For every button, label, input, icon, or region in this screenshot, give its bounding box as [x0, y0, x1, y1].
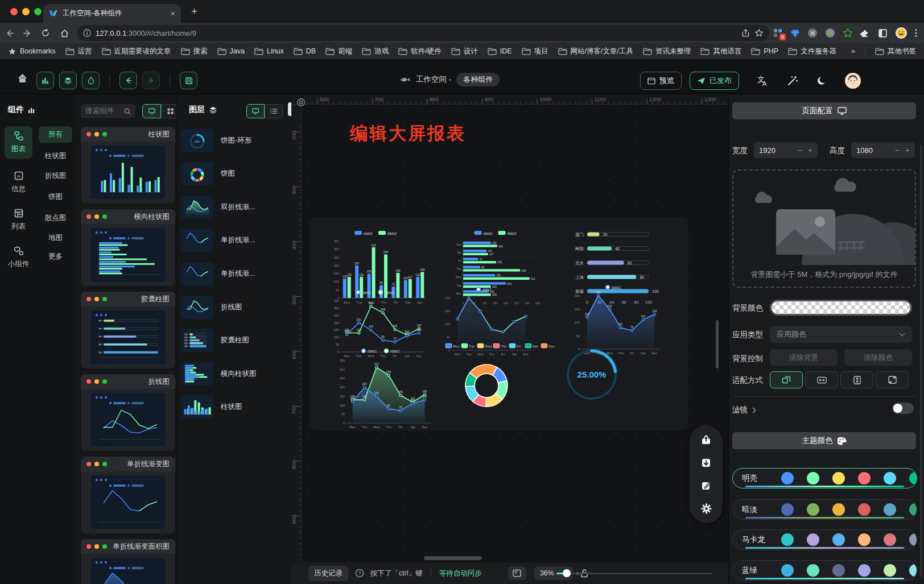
notes-panel-icon[interactable] — [508, 566, 526, 580]
category-item[interactable]: 饼图 — [39, 192, 72, 202]
fit-height-button[interactable] — [840, 371, 873, 388]
extension-tabs-icon[interactable]: 9 — [773, 28, 783, 38]
app-type-select[interactable]: 应用颜色 — [770, 326, 912, 343]
browser-forward-icon[interactable] — [18, 28, 36, 38]
chart-progress-ring[interactable]: 25.00% — [562, 341, 621, 407]
bookmark-folder[interactable]: 搜索 — [181, 47, 208, 56]
bookmark-folder[interactable]: 资讯未整理 — [643, 47, 691, 56]
page-config-header[interactable]: 页面配置 — [732, 102, 916, 119]
zoom-slider[interactable] — [556, 573, 712, 574]
bookmarks-overflow[interactable]: » — [851, 47, 855, 55]
bookmark-folder[interactable]: DB — [294, 47, 316, 55]
theme-row-明亮[interactable]: 明亮 — [732, 468, 917, 488]
dark-mode-moon-icon[interactable] — [816, 76, 827, 86]
detail-toggle-button[interactable] — [82, 72, 100, 89]
other-bookmarks[interactable]: 其他书签 — [875, 47, 916, 56]
bookmark-folder[interactable]: 近期需要读的文章 — [102, 47, 171, 56]
layer-item[interactable]: 饼图 — [181, 160, 288, 188]
layer-item[interactable]: 柱状图 — [181, 393, 288, 421]
workspace-name-chip[interactable]: 各种组件 — [456, 73, 500, 86]
theme-color-header[interactable]: 主题颜色 — [732, 432, 916, 449]
reading-list-icon[interactable] — [878, 28, 888, 38]
category-item[interactable]: 更多 — [39, 252, 72, 262]
stepper-plus-icon[interactable]: + — [905, 146, 910, 155]
canvas-horizontal-scrollbar[interactable] — [424, 556, 482, 560]
site-info-icon[interactable] — [83, 29, 91, 37]
stepper-minus-icon[interactable]: − — [798, 146, 802, 155]
extension-gem-icon[interactable] — [790, 28, 800, 38]
bookmark-folder[interactable]: Linux — [254, 47, 284, 55]
single-view-toggle[interactable] — [142, 104, 161, 118]
filter-toggle[interactable] — [892, 403, 914, 414]
bookmark-folder[interactable]: 设计 — [451, 47, 478, 56]
component-card[interactable]: 折线图––––––– — [81, 374, 175, 451]
filter-label[interactable]: 滤镜 — [732, 405, 756, 415]
layer-item[interactable]: 横向柱状图 — [181, 359, 288, 388]
layer-item[interactable]: 双折线渐... — [181, 193, 288, 221]
extension-record-icon[interactable] — [825, 28, 835, 38]
bookmark-folder[interactable]: 项目 — [522, 47, 548, 56]
layer-item[interactable]: 胶囊柱图 — [181, 326, 288, 355]
sidebar-tab-3[interactable]: 列表 — [5, 204, 32, 236]
category-item[interactable]: 柱状图 — [39, 151, 72, 161]
component-card[interactable]: 横向柱状图––––––– — [81, 209, 175, 286]
bg-color-swatch[interactable] — [770, 300, 912, 316]
height-input[interactable]: 1080 −+ — [851, 142, 915, 158]
profile-avatar-icon[interactable] — [895, 27, 908, 39]
user-avatar[interactable] — [844, 72, 861, 89]
preview-button[interactable]: 预览 — [640, 72, 682, 90]
theme-row-马卡龙[interactable]: 马卡龙 — [732, 529, 917, 550]
browser-back-icon[interactable] — [0, 28, 18, 38]
sidebar-tab-2[interactable]: A信息 — [5, 166, 32, 198]
layers-thumbnail-view-toggle[interactable] — [246, 104, 265, 118]
browser-tab[interactable]: 工作空间-各种组件 × — [43, 4, 181, 23]
browser-reload-icon[interactable] — [36, 28, 55, 38]
bookmark-folder[interactable]: 前端 — [325, 47, 352, 56]
bookmark-folder[interactable]: 网站/博客/文章/工具 — [558, 47, 633, 56]
history-button[interactable]: 历史记录 — [308, 566, 348, 581]
layer-item[interactable]: 单折线渐... — [181, 259, 288, 288]
undo-button[interactable] — [119, 72, 137, 89]
save-button[interactable] — [180, 72, 197, 89]
import-icon[interactable] — [695, 452, 717, 474]
macos-minimize-icon[interactable] — [22, 8, 30, 15]
category-item[interactable]: 折线图 — [39, 171, 72, 181]
bookmarks-root[interactable]: Bookmarks — [8, 47, 56, 56]
magic-wand-icon[interactable] — [787, 75, 798, 86]
layer-item[interactable]: 单折线渐... — [181, 226, 288, 255]
url-bar[interactable]: 127.0.0.1:3000/#/chart/home/9 — [77, 25, 769, 41]
macos-zoom-icon[interactable] — [34, 8, 42, 15]
component-card[interactable]: 单折线渐变图––––––– — [81, 457, 175, 533]
layers-toggle-button[interactable] — [59, 72, 77, 89]
category-item[interactable]: 地图 — [39, 233, 72, 243]
bookmark-folder[interactable]: Java — [217, 47, 245, 55]
clear-background-button[interactable]: 清除背景 — [770, 349, 838, 366]
chart-dual-gradient-line[interactable]: data1data2050100150200250300350120200150… — [333, 346, 435, 432]
layer-item[interactable]: 折线图 — [181, 293, 288, 321]
redo-button[interactable] — [142, 72, 160, 89]
category-item[interactable]: 散点图 — [39, 213, 72, 223]
ruler-eye-icon[interactable] — [296, 98, 306, 107]
browser-menu-icon[interactable] — [915, 28, 917, 38]
export-icon[interactable] — [695, 429, 717, 451]
tab-close-icon[interactable]: × — [171, 9, 175, 18]
bookmark-folder[interactable]: 运营 — [65, 47, 92, 56]
component-card[interactable]: 单折线渐变面积图––––––– — [81, 539, 175, 584]
extensions-puzzle-icon[interactable] — [860, 28, 871, 38]
bookmark-folder[interactable]: PHP — [751, 47, 778, 55]
theme-row-暗淡[interactable]: 暗淡 — [732, 499, 917, 520]
chart-pie-donut[interactable]: MonTueWedThuFriSatSun — [441, 340, 560, 429]
category-item[interactable]: 所有 — [39, 126, 72, 143]
layers-list-view-toggle[interactable] — [265, 104, 283, 118]
component-card[interactable]: 胶囊柱图––––––– — [81, 292, 175, 368]
edit-icon[interactable] — [695, 475, 717, 496]
new-tab-button[interactable]: + — [191, 5, 197, 18]
stepper-minus-icon[interactable]: − — [895, 146, 900, 155]
layer-item[interactable]: 10%饼图-环形 — [181, 126, 288, 155]
bookmark-folder[interactable]: 其他语言 — [700, 47, 741, 56]
zoom-slider-knob[interactable] — [563, 569, 571, 577]
clear-color-button[interactable]: 清除颜色 — [844, 349, 912, 366]
stepper-plus-icon[interactable]: + — [808, 146, 812, 155]
bookmark-folder[interactable]: 游戏 — [362, 47, 389, 56]
macos-close-icon[interactable] — [10, 8, 18, 15]
